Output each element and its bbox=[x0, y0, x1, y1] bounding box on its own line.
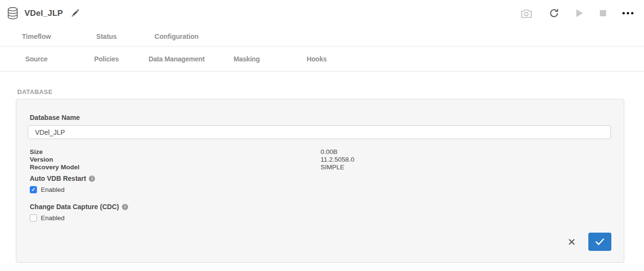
tab-configuration[interactable]: Configuration bbox=[140, 33, 210, 40]
database-name-input[interactable] bbox=[28, 125, 611, 139]
header: VDel_JLP bbox=[0, 0, 644, 26]
tab-hooks[interactable]: Hooks bbox=[280, 55, 350, 63]
database-name-label: Database Name bbox=[30, 114, 612, 121]
cdc-block: Change Data Capture (CDC) Enabled bbox=[28, 203, 612, 222]
header-actions bbox=[521, 8, 633, 19]
info-icon[interactable] bbox=[89, 176, 95, 182]
tab-source[interactable]: Source bbox=[0, 55, 70, 63]
confirm-save-button[interactable] bbox=[588, 233, 611, 251]
secondary-tab-bar: Source Policies Data Management Masking … bbox=[0, 47, 644, 71]
property-list: Size 0.00B Version 11.2.5058.0 Recovery … bbox=[28, 148, 612, 171]
version-value: 11.2.5058.0 bbox=[321, 156, 354, 164]
cdc-enabled-row[interactable]: Enabled bbox=[30, 214, 612, 222]
snapshot-camera-icon[interactable] bbox=[521, 9, 532, 18]
cdc-label: Change Data Capture (CDC) bbox=[30, 203, 119, 211]
cancel-x-icon[interactable]: ✕ bbox=[567, 237, 576, 247]
property-row-size: Size 0.00B bbox=[30, 148, 612, 156]
tab-masking[interactable]: Masking bbox=[210, 55, 280, 63]
property-row-version: Version 11.2.5058.0 bbox=[30, 156, 612, 164]
tab-timeflow[interactable]: Timeflow bbox=[0, 33, 70, 40]
database-config-panel: Database Name Size 0.00B Version 11.2.50… bbox=[16, 99, 624, 263]
auto-vdb-restart-label: Auto VDB Restart bbox=[30, 175, 86, 182]
more-options-ellipsis-icon[interactable] bbox=[622, 12, 633, 14]
auto-vdb-restart-checkbox-label: Enabled bbox=[41, 186, 65, 193]
tab-status[interactable]: Status bbox=[70, 33, 140, 40]
size-label: Size bbox=[30, 148, 321, 156]
recovery-model-label: Recovery Model bbox=[30, 164, 321, 171]
auto-vdb-restart-block: Auto VDB Restart Enabled bbox=[28, 175, 612, 193]
version-label: Version bbox=[30, 156, 321, 164]
database-icon bbox=[7, 7, 19, 20]
checkmark-icon bbox=[595, 238, 605, 246]
auto-vdb-restart-enabled-row[interactable]: Enabled bbox=[30, 186, 612, 193]
panel-footer: ✕ bbox=[28, 233, 612, 251]
recovery-model-value: SIMPLE bbox=[321, 164, 345, 171]
refresh-icon[interactable] bbox=[549, 8, 560, 19]
cdc-checkbox[interactable] bbox=[30, 214, 37, 222]
tab-policies[interactable]: Policies bbox=[70, 55, 140, 63]
edit-pencil-icon[interactable] bbox=[71, 9, 80, 18]
property-row-recovery-model: Recovery Model SIMPLE bbox=[30, 164, 612, 171]
section-heading-database: DATABASE bbox=[17, 88, 644, 95]
size-value: 0.00B bbox=[321, 148, 337, 156]
tab-data-management[interactable]: Data Management bbox=[140, 55, 210, 63]
stop-icon[interactable] bbox=[600, 10, 606, 16]
start-play-icon[interactable] bbox=[576, 9, 584, 17]
primary-tab-bar: Timeflow Status Configuration bbox=[0, 26, 644, 47]
auto-vdb-restart-checkbox[interactable] bbox=[30, 186, 37, 193]
page-title: VDel_JLP bbox=[24, 9, 63, 18]
cdc-checkbox-label: Enabled bbox=[41, 214, 65, 222]
info-icon[interactable] bbox=[122, 204, 128, 210]
